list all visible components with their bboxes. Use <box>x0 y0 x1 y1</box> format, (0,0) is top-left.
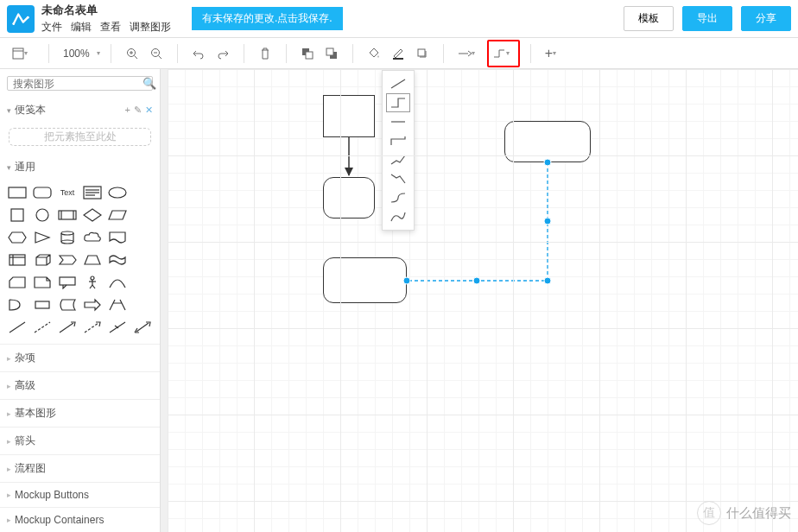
common-shapes-header[interactable]: ▾ 通用 <box>0 155 160 180</box>
shape-cylinder[interactable] <box>57 228 79 247</box>
shape-note[interactable] <box>32 273 54 292</box>
delete-button[interactable] <box>255 43 276 64</box>
shape-tape[interactable] <box>106 250 128 269</box>
to-front-button[interactable] <box>297 43 318 64</box>
scratchpad-close-icon[interactable]: ✕ <box>145 104 153 116</box>
shape-arrow-right[interactable] <box>82 295 104 314</box>
shape-search[interactable]: 🔍 <box>7 76 153 91</box>
shape-process[interactable] <box>57 206 79 225</box>
waypoint-opt-curved[interactable] <box>386 188 410 207</box>
shape-placeholder6[interactable] <box>131 295 153 314</box>
shape-cube[interactable] <box>32 250 54 269</box>
page-layout-button[interactable]: ▾ <box>9 43 38 64</box>
shape-callout[interactable] <box>57 273 79 292</box>
category-arrows[interactable]: ▸箭头 <box>0 427 160 454</box>
shape-line-directional[interactable] <box>106 318 128 337</box>
shape-line-arrow1[interactable] <box>57 318 79 337</box>
waypoint-style-button[interactable]: ▾ <box>487 40 520 67</box>
shape-text[interactable]: Text <box>57 183 79 202</box>
zoom-out-button[interactable] <box>146 43 167 64</box>
shape-placeholder4[interactable] <box>131 250 153 269</box>
scratchpad-header[interactable]: ▾ 便笺本 + ✎ ✕ <box>0 98 160 123</box>
category-advanced[interactable]: ▸高级 <box>0 371 160 399</box>
node-4[interactable] <box>323 257 407 303</box>
shape-rounded-rect[interactable] <box>32 183 54 202</box>
shape-square[interactable] <box>7 206 28 225</box>
category-misc[interactable]: ▸杂项 <box>0 344 160 371</box>
waypoint-opt-entity[interactable] <box>386 207 410 226</box>
line-color-button[interactable] <box>388 43 408 64</box>
zoom-level[interactable]: 100% <box>60 48 93 60</box>
to-back-button[interactable] <box>321 43 342 64</box>
waypoint-opt-isometric[interactable] <box>386 150 410 169</box>
shape-or[interactable] <box>7 295 28 314</box>
scratchpad-edit-icon[interactable]: ✎ <box>134 104 142 116</box>
node-3[interactable] <box>504 121 591 162</box>
menu-edit[interactable]: 编辑 <box>71 20 92 35</box>
shape-step[interactable] <box>57 250 79 269</box>
insert-button[interactable]: +▾ <box>542 43 571 64</box>
shape-hexagon[interactable] <box>7 228 28 247</box>
shape-curve[interactable] <box>106 273 128 292</box>
shape-line-bidirectional[interactable] <box>131 318 153 337</box>
unsaved-notice[interactable]: 有未保存的更改.点击我保存. <box>192 7 343 30</box>
undo-button[interactable] <box>188 43 209 64</box>
document-title[interactable]: 未命名表单 <box>41 3 171 18</box>
shape-triangle[interactable] <box>32 228 54 247</box>
shape-line-solid[interactable] <box>7 318 28 337</box>
edge-handle[interactable] <box>473 277 480 284</box>
shape-rectangle[interactable] <box>7 183 28 202</box>
search-icon[interactable]: 🔍 <box>142 77 156 90</box>
shape-line-arrow2[interactable] <box>82 318 104 337</box>
fill-color-button[interactable] <box>364 43 384 64</box>
menu-adjust[interactable]: 调整图形 <box>130 20 171 35</box>
edge-handle[interactable] <box>544 277 551 284</box>
shape-and[interactable] <box>32 295 54 314</box>
edge-3-4-selected[interactable] <box>407 162 548 281</box>
chevron-down-icon[interactable]: ▾ <box>97 49 100 57</box>
shape-data-storage[interactable] <box>57 295 79 314</box>
scratchpad-dropzone[interactable]: 把元素拖至此处 <box>9 128 151 146</box>
shape-internal-storage[interactable] <box>7 250 28 269</box>
node-2[interactable] <box>323 177 375 218</box>
shape-placeholder5[interactable] <box>131 273 153 292</box>
waypoint-opt-simple-v[interactable] <box>386 131 410 150</box>
shape-cloud[interactable] <box>82 228 104 247</box>
shape-ellipse[interactable] <box>106 183 128 202</box>
shape-actor[interactable] <box>82 273 104 292</box>
app-logo[interactable] <box>7 5 35 33</box>
category-basic[interactable]: ▸基本图形 <box>0 399 160 427</box>
edge-handle[interactable] <box>544 218 551 225</box>
diagram-canvas[interactable] <box>168 69 798 532</box>
waypoint-opt-orthogonal[interactable] <box>386 93 410 112</box>
shape-arrow-both[interactable] <box>106 295 128 314</box>
shape-placeholder2[interactable] <box>131 206 153 225</box>
shape-line-dashed[interactable] <box>32 318 54 337</box>
export-button[interactable]: 导出 <box>682 6 732 31</box>
shape-diamond[interactable] <box>82 206 104 225</box>
connection-style-button[interactable]: ▾ <box>454 43 484 64</box>
shape-placeholder3[interactable] <box>131 228 153 247</box>
waypoint-opt-simple-h[interactable] <box>386 112 410 131</box>
category-mockup-buttons[interactable]: ▸Mockup Buttons <box>0 482 160 507</box>
search-input[interactable] <box>13 78 142 90</box>
scratchpad-add-icon[interactable]: + <box>125 104 130 116</box>
category-mockup-containers[interactable]: ▸Mockup Containers <box>0 507 160 532</box>
zoom-in-button[interactable] <box>122 43 142 64</box>
category-flowchart[interactable]: ▸流程图 <box>0 454 160 482</box>
shape-trapezoid[interactable] <box>82 250 104 269</box>
waypoint-opt-straight[interactable] <box>386 74 410 93</box>
shape-circle[interactable] <box>32 206 54 225</box>
node-1[interactable] <box>323 95 375 137</box>
sidebar-scrollbar[interactable] <box>161 69 168 532</box>
redo-button[interactable] <box>212 43 233 64</box>
menu-file[interactable]: 文件 <box>41 20 62 35</box>
shape-parallelogram[interactable] <box>106 206 128 225</box>
shape-card[interactable] <box>7 273 28 292</box>
share-button[interactable]: 分享 <box>741 6 791 31</box>
shadow-button[interactable] <box>412 43 433 64</box>
template-button[interactable]: 模板 <box>624 6 674 31</box>
shape-textbox[interactable] <box>82 183 104 202</box>
menu-view[interactable]: 查看 <box>100 20 121 35</box>
shape-document[interactable] <box>106 228 128 247</box>
